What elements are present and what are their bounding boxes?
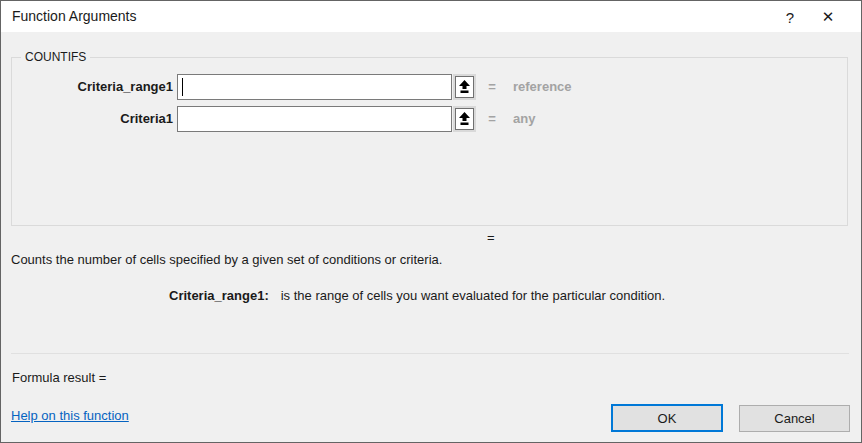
criteria-range1-equals: = [485,74,499,100]
parameter-help: Criteria_range1:is the range of cells yo… [169,288,665,303]
help-on-this-function-link[interactable]: Help on this function [11,408,129,423]
ok-button[interactable]: OK [611,404,723,432]
help-icon[interactable]: ? [775,4,805,30]
separator-line [11,353,849,354]
formula-result-label: Formula result = [12,370,106,385]
criteria1-label: Criteria1 [1,106,173,132]
titlebar[interactable]: Function Arguments ? ✕ [1,1,861,32]
groupbox-label: COUNTIFS [21,50,90,65]
criteria-range1-label: Criteria_range1 [1,74,173,100]
parameter-help-text: is the range of cells you want evaluated… [281,288,665,303]
collapse-dialog-icon[interactable] [455,76,474,98]
criteria-range1-hint: reference [513,74,572,100]
close-icon[interactable]: ✕ [813,4,843,30]
function-arguments-dialog: Function Arguments ? ✕ COUNTIFS Criteria… [0,0,862,443]
criteria1-range-selector-button[interactable] [453,106,476,132]
criteria1-hint: any [513,106,535,132]
cancel-button[interactable]: Cancel [739,405,850,432]
criteria1-input[interactable] [177,106,452,132]
criteria-range1-input[interactable] [177,74,452,100]
dialog-title: Function Arguments [12,8,137,24]
text-caret [182,78,183,96]
criteria1-equals: = [485,106,499,132]
parameter-help-name: Criteria_range1: [169,288,269,303]
collapse-dialog-icon[interactable] [455,108,474,130]
result-equals: = [487,230,495,245]
function-description: Counts the number of cells specified by … [11,252,442,267]
criteria-range1-range-selector-button[interactable] [453,74,476,100]
